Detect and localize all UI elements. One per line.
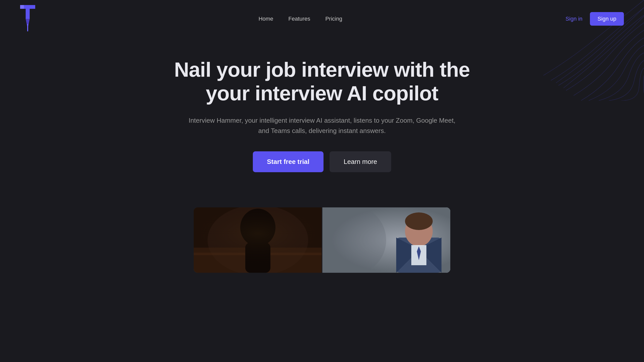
sign-in-link[interactable]: Sign in (566, 16, 582, 22)
svg-marker-3 (20, 5, 24, 9)
nav-link-home[interactable]: Home (259, 16, 273, 22)
hero-cta-buttons: Start free trial Learn more (141, 151, 503, 172)
left-panel-visual (194, 207, 322, 273)
svg-point-15 (405, 212, 433, 230)
video-divider (322, 207, 323, 273)
video-panel-left (194, 207, 322, 273)
nav-link-pricing[interactable]: Pricing (325, 16, 342, 22)
nav-link-features[interactable]: Features (288, 16, 310, 22)
nav-auth: Sign in Sign up (566, 12, 624, 26)
video-section (174, 207, 470, 273)
navbar: Home Features Pricing Sign in Sign up (0, 0, 644, 38)
right-panel-visual (322, 207, 450, 273)
svg-rect-10 (194, 207, 322, 273)
learn-more-button[interactable]: Learn more (330, 151, 391, 172)
video-panel-right (322, 207, 450, 273)
sign-up-button[interactable]: Sign up (590, 12, 624, 26)
logo[interactable] (20, 5, 35, 33)
hero-subtitle: Interview Hammer, your intelligent inter… (184, 115, 460, 136)
start-free-trial-button[interactable]: Start free trial (253, 151, 324, 172)
svg-point-20 (326, 207, 386, 273)
svg-rect-2 (27, 24, 28, 31)
nav-links: Home Features Pricing (259, 16, 342, 22)
video-container (194, 207, 450, 273)
logo-icon (20, 5, 35, 33)
hero-section: Nail your job interview with the your in… (121, 38, 523, 207)
hero-title: Nail your job interview with the your in… (141, 58, 503, 105)
